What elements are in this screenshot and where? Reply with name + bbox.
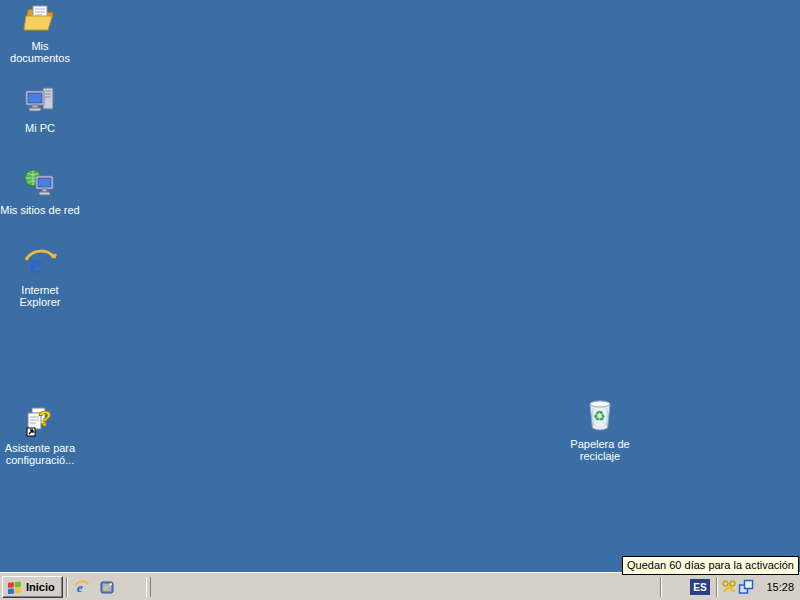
start-button-label: Inicio xyxy=(26,581,55,593)
desktop-icon-papelera-de-reciclaje[interactable]: ♻ Papelera de reciclaje xyxy=(560,396,640,462)
configure-server-wizard-icon: ? xyxy=(23,404,57,438)
network-places-icon xyxy=(23,166,57,200)
desktop-icon-label: Papelera de reciclaje xyxy=(570,438,629,462)
activation-tooltip: Quedan 60 días para la activación xyxy=(622,556,799,575)
desktop-icon-label: Asistente para configuració... xyxy=(5,442,75,466)
my-documents-icon xyxy=(23,2,57,36)
activation-keys-icon[interactable] xyxy=(721,579,737,595)
my-computer-icon xyxy=(23,84,57,118)
quick-launch-drag-handle[interactable] xyxy=(146,577,151,597)
start-button[interactable]: Inicio xyxy=(2,576,63,598)
desktop-icon-mis-documentos[interactable]: Mis documentos xyxy=(0,2,80,64)
desktop-icon-label: Mis documentos xyxy=(0,40,80,64)
taskbar: Inicio e ES xyxy=(0,572,800,600)
quick-launch-show-desktop[interactable] xyxy=(99,579,115,595)
internet-explorer-icon: e xyxy=(23,246,57,280)
windows-logo-icon xyxy=(7,580,22,594)
language-indicator[interactable]: ES xyxy=(690,579,710,595)
taskbar-divider xyxy=(66,577,68,597)
tray-divider xyxy=(716,577,718,597)
quick-launch-internet-explorer[interactable]: e xyxy=(74,579,90,595)
desktop-icon-label: Mis sitios de red xyxy=(0,204,79,216)
svg-text:?: ? xyxy=(38,406,51,431)
desktop-icon-mis-sitios-de-red[interactable]: Mis sitios de red xyxy=(0,166,80,216)
tray-divider xyxy=(660,577,662,597)
desktop-icon-mi-pc[interactable]: Mi PC xyxy=(0,84,80,134)
recycle-bin-icon: ♻ xyxy=(583,396,617,434)
desktop: Mis documentos Mi PC xyxy=(0,0,800,600)
show-desktop-icon xyxy=(99,579,115,595)
internet-explorer-icon: e xyxy=(74,579,90,595)
taskbar-clock[interactable]: 15:28 xyxy=(766,573,794,600)
desktop-icon-asistente-configuracion[interactable]: ? Asistente para configuració... xyxy=(0,404,80,466)
desktop-icon-internet-explorer[interactable]: e Internet Explorer xyxy=(0,246,80,308)
recycle-symbol: ♻ xyxy=(593,409,606,423)
desktop-icon-label: Internet Explorer xyxy=(20,284,61,308)
desktop-icon-label: Mi PC xyxy=(25,122,55,134)
network-icon[interactable] xyxy=(738,579,754,595)
